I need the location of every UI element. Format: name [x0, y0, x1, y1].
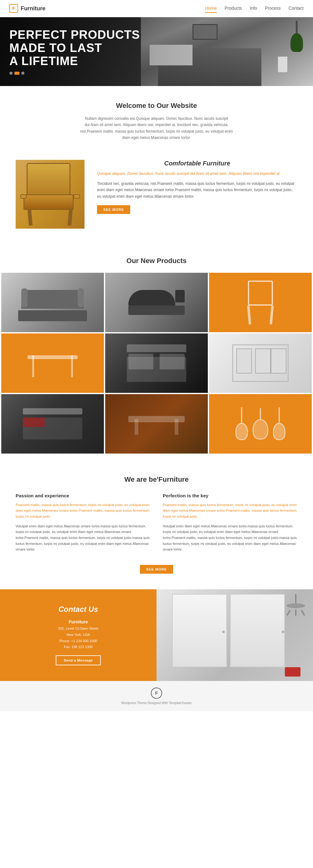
we-are-col1: Passion and experience Praesent mattis, … — [16, 493, 150, 553]
contact-left: Contact Us Furniture 201, Level 13,Open … — [0, 589, 156, 681]
nav-info[interactable]: Info — [250, 4, 257, 13]
contact-section: Contact Us Furniture 201, Level 13,Open … — [0, 589, 313, 681]
product-dark-bed[interactable] — [1, 394, 104, 454]
nav-home[interactable]: Home — [205, 4, 217, 13]
site-header: F Furniture Home Products Info Process C… — [0, 0, 313, 17]
dot-3 — [21, 72, 24, 75]
products-grid — [0, 273, 313, 454]
dot-2 — [15, 72, 20, 75]
welcome-section: Welcome to Our Website Nullam dignissim … — [0, 86, 313, 154]
product-wood-chair[interactable] — [209, 273, 312, 332]
product-lounge[interactable] — [105, 273, 208, 332]
contact-right-image — [156, 589, 313, 681]
hero-title: PERFECT PRODUCTS MADE TO LAST A LIFETIME — [9, 28, 140, 68]
welcome-body: Nullam dignissim convallis est.Quisque a… — [78, 116, 235, 141]
logo-icon: F — [9, 4, 18, 13]
nav-process[interactable]: Process — [265, 4, 281, 13]
contact-address: 201, Level 13,Open Street New York, USA … — [58, 626, 98, 650]
product-white-room[interactable] — [209, 334, 312, 393]
products-title: Our New Products — [0, 257, 313, 265]
we-are-col2-heading: Perfection is the key — [163, 493, 297, 498]
comfortable-body: Tincidunt nec, gravida vehicula, nisl.Pr… — [97, 181, 297, 199]
product-console-table[interactable] — [1, 334, 104, 393]
we-are-grid: Passion and experience Praesent mattis, … — [16, 493, 297, 553]
footer-text: Wordpress Theme Designed With TemplateTo… — [6, 701, 307, 705]
we-are-col2-body: Volutpat enim diam eget metus.Maecenas o… — [163, 523, 297, 552]
we-are-title: We are be'Furniture — [16, 475, 297, 484]
logo[interactable]: F Furniture — [9, 4, 46, 13]
footer-logo: F — [151, 687, 162, 699]
comfortable-section: Comfortable Furniture Quisque aliquam. D… — [0, 154, 313, 244]
we-are-col2-highlight: Praesent mattis, massa quis luctus ferme… — [163, 502, 297, 520]
dot-1 — [9, 72, 12, 75]
contact-title: Contact Us — [59, 605, 98, 614]
product-bedroom[interactable] — [105, 334, 208, 393]
comfortable-title: Comfortable Furniture — [97, 160, 297, 167]
send-message-button[interactable]: Send a Message — [56, 655, 101, 665]
we-are-section: We are be'Furniture Passion and experien… — [0, 460, 313, 590]
we-are-col1-heading: Passion and experience — [16, 493, 150, 498]
contact-company: Furniture — [68, 619, 88, 624]
product-sofa[interactable] — [1, 273, 104, 332]
main-nav: Home Products Info Process Contact — [205, 4, 304, 13]
site-footer: F Wordpress Theme Designed With Template… — [0, 681, 313, 711]
we-are-see-more-button[interactable]: SEE MORE — [140, 565, 173, 574]
logo-text: Furniture — [21, 5, 46, 12]
comfortable-see-more-button[interactable]: SEE MORE — [97, 205, 130, 214]
see-more-container: SEE MORE — [16, 562, 297, 577]
we-are-col1-highlight: Praesent mattis, massa quis luctus ferme… — [16, 502, 150, 520]
hero-content: PERFECT PRODUCTS MADE TO LAST A LIFETIME — [9, 28, 140, 74]
chair-image — [16, 160, 85, 229]
hero-dots — [9, 72, 140, 75]
hero-section: PERFECT PRODUCTS MADE TO LAST A LIFETIME — [0, 17, 313, 86]
comfortable-highlight: Quisque aliquam. Donec faucibus. Nunc ia… — [97, 171, 297, 177]
product-pendant[interactable] — [209, 394, 312, 454]
products-section: Our New Products — [0, 244, 313, 460]
product-coffee-table[interactable] — [105, 394, 208, 454]
we-are-col1-body: Volutpat enim diam eget metus.Maecenas o… — [16, 523, 150, 552]
nav-products[interactable]: Products — [225, 4, 242, 13]
welcome-title: Welcome to Our Website — [25, 102, 288, 110]
nav-contact[interactable]: Contact — [289, 4, 304, 13]
comfortable-text: Comfortable Furniture Quisque aliquam. D… — [97, 160, 297, 214]
we-are-col2: Perfection is the key Praesent mattis, m… — [163, 493, 297, 553]
